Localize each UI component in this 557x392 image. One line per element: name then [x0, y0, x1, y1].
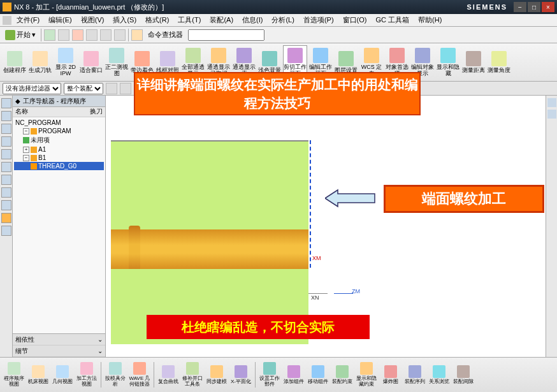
bt-x-planar[interactable]: X-平面化 [229, 359, 252, 391]
tool-undo-icon[interactable] [58, 29, 69, 41]
bt-sync-modeling[interactable]: 同步建模 [205, 359, 228, 391]
tool-cut-icon[interactable] [72, 29, 83, 41]
titlebar: NX 8 - 加工 - [duanmian_luowen.prt （修改的）] … [0, 0, 557, 14]
bt-explode-view[interactable]: 爆炸图 [379, 359, 402, 391]
rb-reuse-icon[interactable] [1, 149, 11, 159]
rb-rss-icon[interactable] [1, 213, 11, 223]
axis-xn: XN [311, 294, 319, 301]
close-button[interactable]: × [542, 2, 554, 12]
app-icon [3, 3, 11, 11]
bt-assembly-constraint[interactable]: 装配约束 [331, 359, 354, 391]
bt-machine-view[interactable]: 机床视图 [27, 359, 50, 391]
tree-thread[interactable]: THREAD_G0 [14, 162, 104, 170]
command-finder[interactable]: 命令查找器 [145, 29, 185, 41]
tool-copy-icon[interactable] [86, 29, 98, 41]
menu-help[interactable]: 帮助(H) [414, 15, 445, 25]
rb-constraint-icon[interactable] [1, 136, 11, 147]
rb-help-icon[interactable] [1, 200, 11, 210]
ribbon-measure-distance[interactable]: 测量距离 [461, 45, 486, 80]
axis-xm: XM [312, 255, 321, 261]
part-thread [111, 229, 308, 269]
tree-b1[interactable]: −B1 [14, 154, 104, 162]
maximize-button[interactable]: □ [528, 2, 540, 12]
assembly-filter[interactable]: 整个装配 [64, 83, 103, 94]
main-toolbar: 开始 ▾ 命令查找器 [0, 27, 557, 43]
nx-icon [3, 16, 11, 25]
nav-title: ◆ 工序导航器 - 程序顺序 [13, 96, 105, 107]
callout-arrow-icon [325, 189, 376, 208]
rb-navigator-icon[interactable] [1, 98, 11, 108]
menu-format[interactable]: 格式(R) [141, 15, 173, 25]
tool-flag-icon[interactable] [131, 29, 143, 41]
filter-icon-1[interactable] [106, 83, 117, 94]
tool-redo-icon[interactable] [114, 29, 126, 41]
rb-part-icon[interactable] [1, 111, 11, 121]
nav-dependency[interactable]: 相依性⌄ [13, 334, 105, 345]
nav-tree: NC_PROGRAM −PROGRAM 未用项 +A1 −B1 THREAD_G… [13, 117, 105, 333]
model: XM XN ZM [111, 140, 308, 344]
bt-move-component[interactable]: 移动组件 [307, 359, 329, 391]
menu-file[interactable]: 文件(F) [13, 15, 43, 25]
menu-analysis[interactable]: 分析(L) [268, 15, 298, 25]
tree-a1[interactable]: +A1 [14, 145, 104, 154]
tree-root[interactable]: NC_PROGRAM [14, 119, 104, 127]
annotation-warning: 杜绝瞎编乱造，不切合实际 [147, 315, 370, 339]
right-icon-2[interactable] [547, 110, 556, 119]
menu-edit[interactable]: 编辑(E) [45, 15, 76, 25]
bt-wave-linker[interactable]: WAVE 几何链接器 [128, 359, 151, 391]
tree-program[interactable]: −PROGRAM [14, 127, 104, 135]
ribbon-measure-angle[interactable]: 测量角度 [487, 45, 511, 80]
annotation-label: 端面螺纹加工 [384, 185, 544, 213]
bt-patch-opening[interactable]: 修补开口工具条 [181, 359, 204, 391]
part-upper [111, 140, 308, 229]
section-line [310, 140, 311, 268]
ribbon-create-program[interactable]: 创建程序 [3, 45, 27, 80]
bt-relation-browse[interactable]: 关系浏览 [428, 359, 451, 391]
bottom-toolbar: 程序顺序视图 机床视图 几何视图 加工方法视图 按模具分析 WAVE 几何链接器… [0, 357, 557, 392]
bt-composite-curve[interactable]: 复合曲线 [157, 359, 180, 391]
nav-detail[interactable]: 细节⌄ [13, 345, 105, 357]
rb-browser-icon[interactable] [1, 162, 11, 172]
bt-assembly-clearance[interactable]: 装配间隙 [452, 359, 475, 391]
ribbon-show-ipw[interactable]: 显示 2D IPW [54, 45, 78, 80]
menu-assembly[interactable]: 装配(A) [206, 15, 237, 25]
ribbon-fit-window[interactable]: 适合窗口 [79, 45, 103, 80]
bt-show-hide-constraint[interactable]: 显示和隐藏约束 [355, 359, 378, 391]
ribbon-show-hide[interactable]: 显示和隐藏 [436, 45, 460, 80]
col-name[interactable]: 名称 [15, 107, 28, 117]
tree-unused[interactable]: 未用项 [14, 135, 104, 145]
menu-view[interactable]: 视图(V) [77, 15, 108, 25]
window-title: NX 8 - 加工 - [duanmian_luowen.prt （修改的）] [14, 3, 467, 12]
rb-roles-icon[interactable] [1, 187, 11, 198]
menu-tools[interactable]: 工具(T) [174, 15, 205, 25]
svg-marker-0 [325, 190, 375, 207]
bt-add-component[interactable]: 添加组件 [282, 359, 305, 391]
ribbon-isometric[interactable]: 正二测视图 [105, 45, 129, 80]
menu-preferences[interactable]: 首选项(P) [300, 15, 338, 25]
menu-insert[interactable]: 插入(S) [109, 15, 140, 25]
selection-filter[interactable]: 没有选择过滤器 [3, 83, 61, 94]
rb-history-icon[interactable] [1, 175, 11, 185]
bt-method-view[interactable]: 加工方法视图 [75, 359, 98, 391]
col-tool[interactable]: 换刀 [90, 107, 103, 117]
right-icon-1[interactable] [547, 98, 556, 107]
bt-mold-analysis[interactable]: 按模具分析 [104, 359, 127, 391]
menu-window[interactable]: 窗口(O) [339, 15, 371, 25]
axis-zm: ZM [352, 288, 360, 294]
bt-assembly-sequence[interactable]: 装配序列 [403, 359, 426, 391]
minimize-button[interactable]: − [514, 2, 526, 12]
tool-save-icon[interactable] [44, 29, 55, 41]
command-finder-input[interactable] [188, 29, 264, 41]
menu-info[interactable]: 信息(I) [238, 15, 266, 25]
filter-icon-2[interactable] [120, 83, 131, 94]
start-button[interactable]: 开始 ▾ [3, 29, 38, 41]
bt-program-order[interactable]: 程序顺序视图 [3, 359, 25, 391]
bt-set-workpart[interactable]: 设置工作部件 [258, 359, 281, 391]
rb-assembly-icon[interactable] [1, 124, 11, 134]
ribbon-generate-toolpath[interactable]: 生成刀轨 [28, 45, 52, 80]
tool-paste-icon[interactable] [100, 29, 112, 41]
bt-geometry-view[interactable]: 几何视图 [51, 359, 74, 391]
rb-system-icon[interactable] [1, 226, 11, 236]
menu-gc[interactable]: GC 工具箱 [372, 15, 413, 25]
menubar: 文件(F) 编辑(E) 视图(V) 插入(S) 格式(R) 工具(T) 装配(A… [0, 14, 557, 27]
